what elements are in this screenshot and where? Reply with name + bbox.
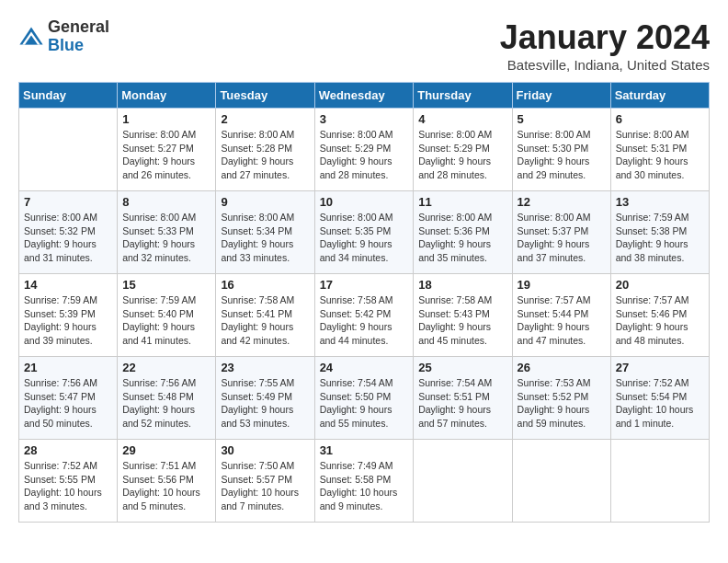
cell-info: Sunrise: 8:00 AMSunset: 5:37 PMDaylight:…	[518, 211, 606, 265]
cell-1-7: 6Sunrise: 8:00 AMSunset: 5:31 PMDaylight…	[610, 109, 709, 191]
day-number: 18	[418, 278, 506, 292]
cell-4-5: 25Sunrise: 7:54 AMSunset: 5:51 PMDayligh…	[414, 357, 512, 440]
cell-info: Sunrise: 8:00 AMSunset: 5:34 PMDaylight:…	[221, 211, 309, 265]
day-number: 7	[24, 195, 112, 209]
cell-2-3: 9Sunrise: 8:00 AMSunset: 5:34 PMDaylight…	[216, 191, 314, 274]
day-number: 27	[616, 361, 704, 374]
calendar-subtitle: Batesville, Indiana, United States	[500, 57, 710, 73]
day-number: 13	[616, 195, 704, 209]
cell-info: Sunrise: 7:52 AMSunset: 5:55 PMDaylight:…	[24, 459, 112, 513]
day-number: 28	[24, 443, 112, 457]
cell-2-5: 11Sunrise: 8:00 AMSunset: 5:36 PMDayligh…	[414, 191, 512, 274]
cell-3-4: 17Sunrise: 7:58 AMSunset: 5:42 PMDayligh…	[314, 274, 414, 357]
cell-info: Sunrise: 8:00 AMSunset: 5:27 PMDaylight:…	[122, 128, 210, 182]
cell-info: Sunrise: 7:52 AMSunset: 5:54 PMDaylight:…	[616, 376, 704, 431]
day-number: 16	[221, 278, 309, 292]
week-row-1: 1Sunrise: 8:00 AMSunset: 5:27 PMDaylight…	[19, 109, 710, 191]
header-day-tuesday: Tuesday	[216, 83, 314, 109]
cell-info: Sunrise: 8:00 AMSunset: 5:28 PMDaylight:…	[221, 128, 309, 182]
cell-info: Sunrise: 7:59 AMSunset: 5:38 PMDaylight:…	[616, 211, 704, 265]
day-number: 15	[122, 278, 210, 292]
calendar-title: January 2024	[500, 18, 710, 57]
day-number: 26	[518, 361, 606, 374]
cell-info: Sunrise: 7:58 AMSunset: 5:42 PMDaylight:…	[320, 293, 409, 348]
cell-4-2: 22Sunrise: 7:56 AMSunset: 5:48 PMDayligh…	[118, 357, 216, 440]
header-day-saturday: Saturday	[610, 83, 709, 109]
day-number: 29	[122, 443, 210, 457]
cell-info: Sunrise: 7:49 AMSunset: 5:58 PMDaylight:…	[320, 459, 409, 513]
day-number: 11	[418, 195, 506, 209]
cell-3-1: 14Sunrise: 7:59 AMSunset: 5:39 PMDayligh…	[19, 274, 118, 357]
cell-1-5: 4Sunrise: 8:00 AMSunset: 5:29 PMDaylight…	[414, 109, 512, 191]
day-number: 17	[320, 278, 409, 292]
cell-2-7: 13Sunrise: 7:59 AMSunset: 5:38 PMDayligh…	[610, 191, 709, 274]
day-number: 24	[320, 361, 409, 374]
cell-3-3: 16Sunrise: 7:58 AMSunset: 5:41 PMDayligh…	[216, 274, 314, 357]
title-area: January 2024 Batesville, Indiana, United…	[500, 18, 710, 73]
day-number: 4	[418, 112, 506, 126]
day-number: 20	[616, 278, 704, 292]
cell-info: Sunrise: 7:57 AMSunset: 5:44 PMDaylight:…	[518, 293, 606, 348]
cell-1-4: 3Sunrise: 8:00 AMSunset: 5:29 PMDaylight…	[314, 109, 414, 191]
logo: General Blue	[18, 18, 109, 55]
week-row-4: 21Sunrise: 7:56 AMSunset: 5:47 PMDayligh…	[19, 357, 710, 440]
cell-1-3: 2Sunrise: 8:00 AMSunset: 5:28 PMDaylight…	[216, 109, 314, 191]
cell-info: Sunrise: 8:00 AMSunset: 5:33 PMDaylight:…	[122, 211, 210, 265]
calendar-header-row: SundayMondayTuesdayWednesdayThursdayFrid…	[19, 83, 710, 109]
cell-info: Sunrise: 8:00 AMSunset: 5:31 PMDaylight:…	[616, 128, 704, 182]
header-day-sunday: Sunday	[19, 83, 118, 109]
cell-4-4: 24Sunrise: 7:54 AMSunset: 5:50 PMDayligh…	[314, 357, 414, 440]
cell-3-6: 19Sunrise: 7:57 AMSunset: 5:44 PMDayligh…	[512, 274, 610, 357]
day-number: 21	[24, 361, 112, 374]
day-number: 30	[221, 443, 309, 457]
day-number: 10	[320, 195, 409, 209]
cell-5-3: 30Sunrise: 7:50 AMSunset: 5:57 PMDayligh…	[216, 440, 314, 523]
logo-icon	[18, 24, 44, 50]
cell-info: Sunrise: 7:59 AMSunset: 5:39 PMDaylight:…	[24, 293, 112, 348]
calendar-body: 1Sunrise: 8:00 AMSunset: 5:27 PMDaylight…	[19, 109, 710, 523]
week-row-5: 28Sunrise: 7:52 AMSunset: 5:55 PMDayligh…	[19, 440, 710, 523]
header-day-thursday: Thursday	[414, 83, 512, 109]
cell-5-4: 31Sunrise: 7:49 AMSunset: 5:58 PMDayligh…	[314, 440, 414, 523]
cell-2-1: 7Sunrise: 8:00 AMSunset: 5:32 PMDaylight…	[19, 191, 118, 274]
cell-info: Sunrise: 8:00 AMSunset: 5:32 PMDaylight:…	[24, 211, 112, 265]
cell-2-2: 8Sunrise: 8:00 AMSunset: 5:33 PMDaylight…	[118, 191, 216, 274]
logo-text: General Blue	[48, 18, 109, 55]
calendar-table: SundayMondayTuesdayWednesdayThursdayFrid…	[18, 82, 710, 523]
cell-4-1: 21Sunrise: 7:56 AMSunset: 5:47 PMDayligh…	[19, 357, 118, 440]
day-number: 31	[320, 443, 409, 457]
cell-info: Sunrise: 7:57 AMSunset: 5:46 PMDaylight:…	[616, 293, 704, 348]
day-number: 25	[418, 361, 506, 374]
day-number: 5	[518, 112, 606, 126]
cell-5-5	[414, 440, 512, 523]
cell-info: Sunrise: 7:55 AMSunset: 5:49 PMDaylight:…	[221, 376, 309, 431]
cell-info: Sunrise: 7:59 AMSunset: 5:40 PMDaylight:…	[122, 293, 210, 348]
day-number: 3	[320, 112, 409, 126]
cell-5-2: 29Sunrise: 7:51 AMSunset: 5:56 PMDayligh…	[118, 440, 216, 523]
cell-4-7: 27Sunrise: 7:52 AMSunset: 5:54 PMDayligh…	[610, 357, 709, 440]
cell-info: Sunrise: 7:53 AMSunset: 5:52 PMDaylight:…	[518, 376, 606, 431]
cell-3-7: 20Sunrise: 7:57 AMSunset: 5:46 PMDayligh…	[610, 274, 709, 357]
cell-info: Sunrise: 7:58 AMSunset: 5:43 PMDaylight:…	[418, 293, 506, 348]
cell-info: Sunrise: 7:51 AMSunset: 5:56 PMDaylight:…	[122, 459, 210, 513]
cell-info: Sunrise: 7:58 AMSunset: 5:41 PMDaylight:…	[221, 293, 309, 348]
cell-info: Sunrise: 7:56 AMSunset: 5:48 PMDaylight:…	[122, 376, 210, 431]
cell-1-1	[19, 109, 118, 191]
cell-4-6: 26Sunrise: 7:53 AMSunset: 5:52 PMDayligh…	[512, 357, 610, 440]
cell-3-2: 15Sunrise: 7:59 AMSunset: 5:40 PMDayligh…	[118, 274, 216, 357]
cell-5-6	[512, 440, 610, 523]
cell-info: Sunrise: 8:00 AMSunset: 5:30 PMDaylight:…	[518, 128, 606, 182]
cell-1-2: 1Sunrise: 8:00 AMSunset: 5:27 PMDaylight…	[118, 109, 216, 191]
header-day-wednesday: Wednesday	[314, 83, 414, 109]
day-number: 12	[518, 195, 606, 209]
day-number: 9	[221, 195, 309, 209]
cell-2-4: 10Sunrise: 8:00 AMSunset: 5:35 PMDayligh…	[314, 191, 414, 274]
cell-info: Sunrise: 7:54 AMSunset: 5:51 PMDaylight:…	[418, 376, 506, 431]
header: General Blue January 2024 Batesville, In…	[18, 18, 710, 73]
header-day-friday: Friday	[512, 83, 610, 109]
day-number: 22	[122, 361, 210, 374]
cell-4-3: 23Sunrise: 7:55 AMSunset: 5:49 PMDayligh…	[216, 357, 314, 440]
cell-3-5: 18Sunrise: 7:58 AMSunset: 5:43 PMDayligh…	[414, 274, 512, 357]
day-number: 6	[616, 112, 704, 126]
cell-info: Sunrise: 7:54 AMSunset: 5:50 PMDaylight:…	[320, 376, 409, 431]
